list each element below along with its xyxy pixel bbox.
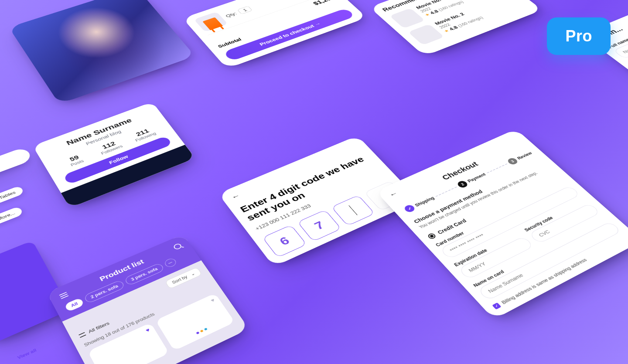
chevron-down-icon: ⌄ — [190, 271, 196, 277]
left-sliver-card: View all — [0, 146, 33, 192]
check-icon: ✓ — [492, 303, 502, 310]
filter-chip-more[interactable]: More... — [0, 206, 24, 226]
product-tile[interactable]: ♥ — [155, 293, 235, 351]
view-all-link-2[interactable]: View all — [17, 348, 37, 361]
chip-more[interactable]: ··· — [163, 257, 177, 269]
cart-card: Qty:1 🗑 $1,200 Subtotal Proceed to check… — [182, 0, 367, 68]
search-icon[interactable] — [173, 243, 183, 250]
qty-input[interactable]: 1 — [237, 6, 253, 14]
otp-digit-1[interactable]: 6 — [262, 225, 307, 258]
cart-item-thumb — [194, 12, 228, 32]
filter-chip-tables[interactable]: Tables — [0, 185, 24, 204]
heart-icon[interactable]: ♥ — [209, 297, 216, 303]
back-icon[interactable]: ← — [229, 192, 242, 201]
recommended-card: Recommended Movie No. 1 2022 ★4.8(160 ra… — [369, 0, 543, 56]
movie-poster — [389, 8, 425, 28]
filters-icon — [78, 332, 86, 338]
check-icon: ✓ — [403, 204, 416, 213]
profile-hero-image — [9, 0, 195, 104]
heart-icon[interactable]: ♥ — [144, 327, 150, 333]
chip-all[interactable]: All — [64, 297, 85, 312]
checkout-title: Checkout — [392, 140, 526, 204]
otp-digit-2[interactable]: 7 — [297, 210, 341, 242]
pro-badge: Pro — [547, 17, 611, 55]
checkout-card: ← Checkout ✓Shipping 2Payment 3Review Ch… — [376, 129, 628, 320]
product-list-card: Product list All 2 pers. sofa 3 pers. so… — [47, 234, 249, 364]
menu-icon[interactable] — [59, 292, 68, 299]
profile-card: Name Surname Personal blog 59Posts 112Fo… — [33, 102, 195, 208]
otp-digit-3[interactable] — [331, 195, 375, 226]
qty-label: Qty: — [225, 11, 238, 18]
